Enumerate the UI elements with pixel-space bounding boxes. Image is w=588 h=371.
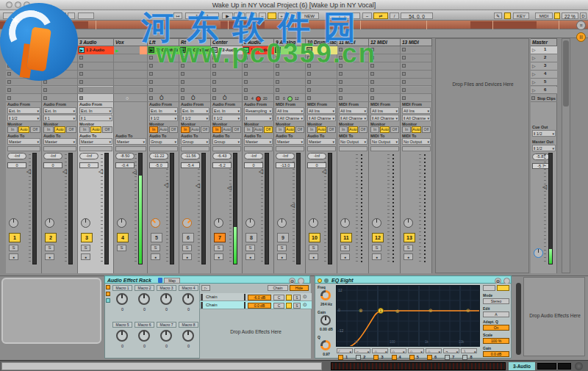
computer-keyboard-indicator[interactable]: [504, 12, 511, 19]
clip-stop-button[interactable]: [212, 80, 216, 84]
monitor-in-button[interactable]: In: [307, 126, 316, 133]
pan-knob[interactable]: [214, 218, 223, 228]
clip-stop-button[interactable]: [402, 48, 406, 51]
clip-stop-button[interactable]: [181, 56, 184, 60]
input-channel-select[interactable]: ‖ 1/2▾: [212, 115, 241, 121]
scrollbar-thumb[interactable]: [563, 40, 569, 107]
band-on-checkbox[interactable]: [427, 355, 432, 360]
track-header[interactable]: Vox: [114, 38, 148, 46]
clip-stop-button[interactable]: [79, 72, 83, 76]
clip-slot[interactable]: [306, 54, 337, 62]
input-channel-select[interactable]: ‖ 1▾: [43, 115, 76, 121]
output-select[interactable]: Group▾: [149, 138, 178, 145]
macro-knob[interactable]: [160, 293, 172, 305]
track-activator-button[interactable]: 10: [309, 233, 320, 242]
clip-slot[interactable]: [6, 71, 42, 79]
arrangement-overview[interactable]: [0, 21, 588, 29]
clip-slot[interactable]: [243, 87, 274, 95]
track-activator-button[interactable]: 6: [182, 233, 194, 242]
chain-add-button[interactable]: ▷: [201, 285, 210, 291]
pan-knob[interactable]: [182, 218, 192, 228]
out-gain-value[interactable]: 0.0 dB: [483, 351, 509, 357]
clip-stop-button[interactable]: [370, 88, 374, 92]
clip-stop-button[interactable]: [339, 56, 343, 60]
pan-knob[interactable]: [245, 218, 255, 228]
analyze-toggle[interactable]: [483, 285, 495, 291]
output-select[interactable]: No Output▾: [402, 138, 431, 145]
clip-slot[interactable]: [6, 46, 42, 54]
clip-stop-button[interactable]: [339, 80, 343, 84]
clip-slot[interactable]: [369, 46, 401, 54]
track-activator-button[interactable]: 1: [9, 233, 21, 242]
band-on-checkbox[interactable]: [409, 355, 415, 360]
clip-stop-button[interactable]: [7, 72, 11, 76]
clip-stop-button[interactable]: [370, 72, 374, 76]
spectrum-toggle[interactable]: [497, 285, 509, 291]
clip-slot[interactable]: [114, 71, 148, 79]
clip-stop-button[interactable]: [7, 48, 11, 51]
clip-stop-button[interactable]: [370, 96, 374, 100]
monitor-in-button[interactable]: In: [43, 126, 54, 133]
track-header[interactable]: 3 Audio: [78, 38, 114, 46]
track-delay-box[interactable]: [212, 146, 241, 151]
arrangement-position[interactable]: 1. 1. 1: [185, 12, 219, 19]
scene-slot[interactable]: ▷1: [531, 46, 557, 54]
macro-knob[interactable]: [138, 330, 150, 342]
monitor-off-button[interactable]: Off: [66, 126, 76, 133]
band-shape-select[interactable]: ∖▾: [461, 348, 477, 353]
scene-play-icon[interactable]: ▷: [532, 47, 536, 52]
map-mode-button[interactable]: Map: [164, 278, 180, 284]
monitor-in-button[interactable]: In: [339, 126, 348, 133]
clip-slot[interactable]: [6, 79, 42, 87]
track-delay-box[interactable]: [181, 146, 209, 151]
arm-record-button[interactable]: ●: [340, 253, 350, 260]
monitor-in-button[interactable]: In: [276, 126, 284, 133]
eq-band-marker-1[interactable]: 1: [378, 308, 384, 314]
clip-stop-button[interactable]: [149, 64, 153, 68]
input-channel-select[interactable]: ‖ All Channe▾: [339, 115, 368, 121]
volume-display[interactable]: -13.0: [276, 162, 295, 168]
eq-display[interactable]: ⊗⊗⊗⊗1120-12101001k10k: [336, 285, 480, 347]
track-activator-button[interactable]: 3: [81, 233, 93, 242]
clip-stop-button[interactable]: [370, 64, 374, 68]
groove-box[interactable]: [78, 12, 94, 19]
output-select[interactable]: Master▾: [43, 138, 76, 145]
macro-knob[interactable]: [182, 293, 194, 305]
clip-stop-button[interactable]: [181, 88, 184, 92]
clip-stop-button[interactable]: [370, 56, 374, 60]
master-out-select[interactable]: ‖ 1/2▾: [532, 145, 556, 151]
mode-value[interactable]: Stereo: [483, 298, 509, 304]
clip-slot[interactable]: [243, 79, 274, 87]
macro-label[interactable]: Macro 5: [112, 322, 132, 328]
solo-button[interactable]: S: [214, 245, 223, 251]
edit-value[interactable]: A: [483, 311, 509, 317]
pan-knob[interactable]: [81, 218, 90, 228]
output-select[interactable]: Group▾: [212, 138, 241, 145]
peak-level-display[interactable]: -Inf: [79, 153, 98, 159]
fader-handle[interactable]: ◁: [196, 183, 200, 189]
monitor-off-button[interactable]: Off: [359, 126, 368, 133]
solo-button[interactable]: S: [45, 245, 54, 251]
clip-overview-waveform[interactable]: [331, 362, 506, 370]
clip-slot[interactable]: [211, 54, 243, 62]
track-delay-box[interactable]: [370, 146, 399, 151]
track-delay-box[interactable]: [79, 146, 112, 151]
pan-knob[interactable]: [117, 218, 126, 228]
clip-slot[interactable]: [401, 79, 432, 87]
pan-knob[interactable]: [45, 218, 54, 228]
clip-stop-button[interactable]: [402, 80, 406, 84]
track-delay-box[interactable]: [43, 146, 76, 151]
clip-slot[interactable]: [243, 62, 274, 71]
monitor-off-button[interactable]: Off: [169, 126, 178, 133]
clip-play-icon[interactable]: ▷: [212, 47, 218, 53]
monitor-auto-button[interactable]: Auto: [90, 126, 101, 133]
monitor-in-button[interactable]: In: [149, 126, 158, 133]
fader-handle[interactable]: ◁: [259, 169, 263, 175]
fader-handle[interactable]: ◁: [62, 169, 67, 175]
input-type-select[interactable]: All Ins▾: [276, 107, 304, 114]
scene-play-icon[interactable]: ▷: [532, 63, 536, 68]
arm-record-button[interactable]: ●: [151, 253, 160, 260]
band-on-checkbox[interactable]: [356, 355, 361, 360]
clip-slot[interactable]: [78, 54, 114, 62]
chain-hot-swap-icon[interactable]: ⊙: [303, 302, 307, 308]
